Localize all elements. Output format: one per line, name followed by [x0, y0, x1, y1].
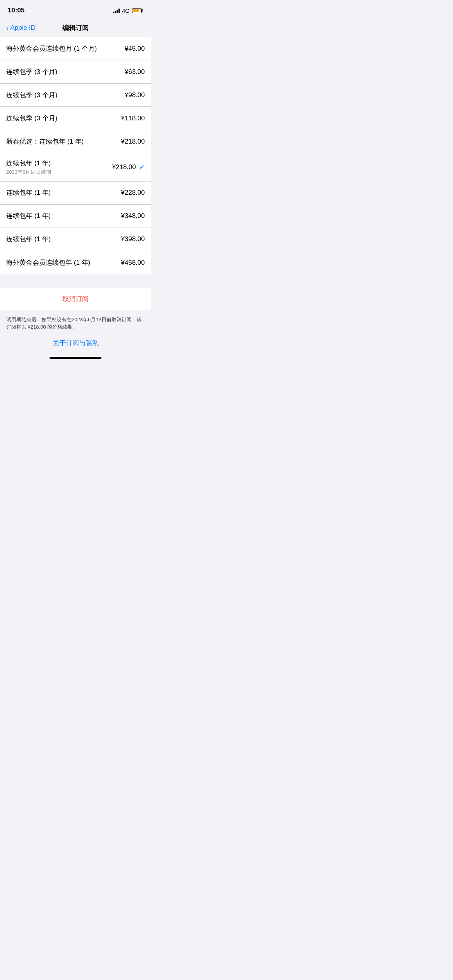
item-right-6: ¥218.00✓ [112, 163, 145, 171]
item-title-7: 连续包年 (1 年) [6, 188, 121, 197]
item-left-4: 连续包季 (3 个月) [6, 114, 121, 123]
footer-note: 试用期结束后，如果您没有在2023年6月13日前取消订阅，该订阅将以 ¥218.… [0, 310, 151, 331]
subscription-item-7[interactable]: 连续包年 (1 年)¥228.00 [0, 182, 151, 205]
status-time: 10:05 [8, 7, 24, 14]
home-bar [50, 357, 101, 359]
item-title-2: 连续包季 (3 个月) [6, 67, 125, 77]
chevron-left-icon: ‹ [6, 24, 9, 32]
item-title-6: 连续包年 (1 年) [6, 159, 112, 168]
item-left-6: 连续包年 (1 年)2023年6月14日续期 [6, 159, 112, 176]
item-subtitle-6: 2023年6月14日续期 [6, 169, 112, 176]
item-price-3: ¥98.00 [125, 91, 145, 99]
item-right-10: ¥458.00 [121, 259, 145, 267]
nav-bar: ‹ Apple ID 编辑订阅 [0, 19, 151, 37]
subscription-item-3[interactable]: 连续包季 (3 个月)¥98.00 [0, 84, 151, 107]
item-price-8: ¥348.00 [121, 212, 145, 220]
about-section: 关于订阅与隐私 [0, 331, 151, 354]
item-title-4: 连续包季 (3 个月) [6, 114, 121, 123]
item-left-3: 连续包季 (3 个月) [6, 91, 125, 100]
item-price-1: ¥45.00 [125, 45, 145, 53]
signal-icon [113, 8, 120, 13]
item-left-9: 连续包年 (1 年) [6, 235, 121, 244]
back-button[interactable]: ‹ Apple ID [6, 24, 36, 32]
item-right-7: ¥228.00 [121, 189, 145, 197]
subscription-item-2[interactable]: 连续包季 (3 个月)¥63.00 [0, 60, 151, 84]
item-price-7: ¥228.00 [121, 189, 145, 197]
home-indicator [0, 354, 151, 361]
item-left-2: 连续包季 (3 个月) [6, 67, 125, 77]
item-left-10: 海外黄金会员连续包年 (1 年) [6, 258, 121, 267]
subscription-item-10[interactable]: 海外黄金会员连续包年 (1 年)¥458.00 [0, 251, 151, 274]
item-title-10: 海外黄金会员连续包年 (1 年) [6, 258, 121, 267]
page-title: 编辑订阅 [62, 24, 89, 33]
subscription-item-9[interactable]: 连续包年 (1 年)¥398.00 [0, 228, 151, 251]
item-title-3: 连续包季 (3 个月) [6, 91, 125, 100]
item-left-7: 连续包年 (1 年) [6, 188, 121, 197]
item-right-3: ¥98.00 [125, 91, 145, 99]
item-right-2: ¥63.00 [125, 68, 145, 76]
item-right-8: ¥348.00 [121, 212, 145, 220]
item-left-5: 新春优选：连续包年 (1 年) [6, 137, 121, 146]
item-title-9: 连续包年 (1 年) [6, 235, 121, 244]
item-left-1: 海外黄金会员连续包月 (1 个月) [6, 44, 125, 53]
item-title-1: 海外黄金会员连续包月 (1 个月) [6, 44, 125, 53]
battery-icon [132, 8, 143, 13]
item-left-8: 连续包年 (1 年) [6, 211, 121, 221]
item-right-5: ¥218.00 [121, 138, 145, 146]
subscription-item-6[interactable]: 连续包年 (1 年)2023年6月14日续期¥218.00✓ [0, 153, 151, 182]
about-link[interactable]: 关于订阅与隐私 [53, 339, 99, 348]
footer-note-text: 试用期结束后，如果您没有在2023年6月13日前取消订阅，该订阅将以 ¥218.… [6, 316, 145, 331]
subscription-item-8[interactable]: 连续包年 (1 年)¥348.00 [0, 205, 151, 228]
section-gap [0, 274, 151, 288]
item-price-10: ¥458.00 [121, 259, 145, 267]
item-title-5: 新春优选：连续包年 (1 年) [6, 137, 121, 146]
subscription-item-1[interactable]: 海外黄金会员连续包月 (1 个月)¥45.00 [0, 37, 151, 60]
item-price-2: ¥63.00 [125, 68, 145, 76]
cancel-label: 取消订阅 [62, 295, 89, 303]
item-price-9: ¥398.00 [121, 235, 145, 243]
subscription-item-4[interactable]: 连续包季 (3 个月)¥118.00 [0, 107, 151, 130]
subscription-item-5[interactable]: 新春优选：连续包年 (1 年)¥218.00 [0, 130, 151, 153]
cancel-subscription-button[interactable]: 取消订阅 [0, 288, 151, 310]
checkmark-icon: ✓ [139, 163, 145, 171]
item-right-9: ¥398.00 [121, 235, 145, 243]
cancel-section: 取消订阅 [0, 288, 151, 310]
status-icons: 4G [113, 7, 143, 14]
back-label: Apple ID [10, 24, 36, 32]
item-right-1: ¥45.00 [125, 45, 145, 53]
item-title-8: 连续包年 (1 年) [6, 211, 121, 221]
network-label: 4G [122, 7, 130, 14]
item-price-4: ¥118.00 [121, 115, 145, 122]
item-price-6: ¥218.00 [112, 163, 136, 171]
item-right-4: ¥118.00 [121, 115, 145, 122]
subscription-list: 海外黄金会员连续包月 (1 个月)¥45.00连续包季 (3 个月)¥63.00… [0, 37, 151, 274]
status-bar: 10:05 4G [0, 0, 151, 19]
item-price-5: ¥218.00 [121, 138, 145, 146]
